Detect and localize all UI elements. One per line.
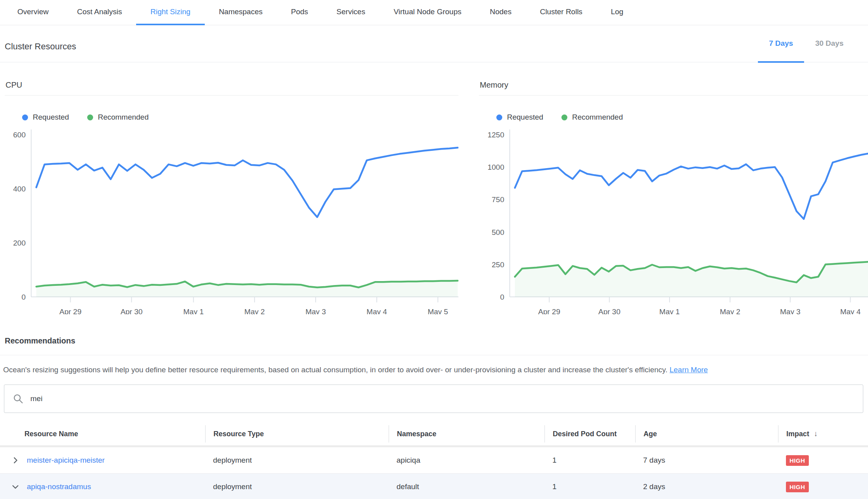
legend-recommended[interactable]: Recommended (87, 113, 149, 122)
svg-text:Apr 30: Apr 30 (120, 308, 142, 314)
search-icon (13, 393, 24, 404)
tab-cost-analysis[interactable]: Cost Analysis (63, 0, 136, 25)
svg-text:May 4: May 4 (840, 308, 861, 314)
svg-text:May 1: May 1 (183, 308, 204, 314)
svg-text:0: 0 (500, 293, 504, 301)
svg-text:May 5: May 5 (428, 308, 448, 314)
svg-text:May 3: May 3 (780, 308, 801, 314)
legend-requested-label: Requested (507, 113, 543, 122)
chevron-right-icon[interactable] (11, 456, 20, 465)
svg-text:May 4: May 4 (367, 308, 387, 314)
svg-text:600: 600 (13, 131, 26, 139)
tab-nodes[interactable]: Nodes (476, 0, 526, 25)
resource-type-value: deployment (205, 456, 389, 465)
recommendations-description: Ocean's resizing suggestions will help y… (3, 366, 863, 374)
legend-requested[interactable]: Requested (22, 113, 69, 122)
recommendations-title: Recommendations (5, 336, 868, 345)
svg-text:250: 250 (492, 261, 504, 269)
svg-text:500: 500 (492, 228, 504, 236)
age-value: 2 days (635, 482, 778, 491)
svg-text:Apr 29: Apr 29 (538, 308, 560, 314)
svg-text:0: 0 (21, 293, 26, 301)
column-resource-name[interactable]: Resource Name (0, 425, 205, 443)
legend-requested-label: Requested (33, 113, 69, 122)
svg-text:May 2: May 2 (720, 308, 741, 314)
memory-line-chart: 025050075010001250Apr 29Apr 30May 1May 2… (479, 125, 868, 314)
memory-chart-title: Memory (479, 75, 868, 96)
tab-overview[interactable]: Overview (3, 0, 63, 25)
tab-right-sizing[interactable]: Right Sizing (136, 0, 204, 25)
tab-services[interactable]: Services (322, 0, 380, 25)
cpu-chart-panel: CPU Requested Recommended 0200400600Apr … (5, 75, 458, 314)
desired-pod-count-value: 1 (544, 482, 635, 491)
search-bar (4, 385, 863, 413)
svg-text:May 1: May 1 (659, 308, 680, 314)
cluster-resources-title: Cluster Resources (5, 41, 76, 62)
tab-virtual-node-groups[interactable]: Virtual Node Groups (380, 0, 476, 25)
svg-text:Apr 30: Apr 30 (599, 308, 621, 314)
resource-type-value: deployment (205, 482, 389, 491)
impact-badge: HIGH (786, 455, 809, 466)
svg-text:Apr 29: Apr 29 (60, 308, 82, 314)
legend-recommended-label: Recommended (572, 113, 623, 122)
cpu-chart-title: CPU (5, 75, 458, 96)
desired-pod-count-value: 1 (544, 456, 635, 465)
tab-pods[interactable]: Pods (277, 0, 322, 25)
memory-chart-panel: Memory Requested Recommended 02505007501… (479, 75, 868, 314)
tab-log[interactable]: Log (597, 0, 638, 25)
cpu-legend: Requested Recommended (22, 113, 458, 122)
namespace-value: default (389, 482, 544, 491)
age-value: 7 days (635, 456, 778, 465)
top-nav: Overview Cost Analysis Right Sizing Name… (0, 0, 868, 25)
table-row[interactable]: apiqa-nostradamus deployment default 1 2… (0, 474, 868, 499)
tab-namespaces[interactable]: Namespaces (205, 0, 277, 25)
requested-dot-icon (496, 114, 502, 120)
legend-requested[interactable]: Requested (496, 113, 543, 122)
column-desired-pod-count[interactable]: Desired Pod Count (544, 425, 635, 443)
sort-descending-icon[interactable]: ↓ (814, 430, 818, 438)
recommended-dot-icon (87, 114, 93, 120)
table-header: Resource Name Resource Type Namespace De… (0, 422, 868, 445)
column-impact[interactable]: Impact ↓ (778, 425, 868, 443)
table-row[interactable]: meister-apiciqa-meister deployment apici… (0, 447, 868, 473)
tab-cluster-rolls[interactable]: Cluster Rolls (526, 0, 597, 25)
svg-text:1000: 1000 (488, 163, 504, 171)
recommended-dot-icon (561, 114, 567, 120)
charts-row: CPU Requested Recommended 0200400600Apr … (0, 75, 868, 314)
requested-dot-icon (22, 114, 28, 120)
svg-text:750: 750 (492, 195, 504, 204)
time-range-toggle: 7 Days 30 Days (758, 25, 855, 62)
recommendations-divider (0, 355, 868, 355)
range-7-days[interactable]: 7 Days (758, 25, 804, 63)
resource-name-link[interactable]: meister-apiciqa-meister (27, 456, 105, 465)
learn-more-link[interactable]: Learn More (670, 366, 708, 374)
range-30-days[interactable]: 30 Days (804, 25, 855, 63)
namespace-value: apiciqa (389, 456, 544, 465)
legend-recommended-label: Recommended (98, 113, 149, 122)
column-impact-label: Impact (786, 430, 809, 438)
cpu-line-chart: 0200400600Apr 29Apr 30May 1May 2May 3May… (5, 125, 458, 314)
recommendations-description-text: Ocean's resizing suggestions will help y… (3, 366, 668, 374)
svg-text:May 3: May 3 (305, 308, 326, 314)
column-age[interactable]: Age (635, 425, 778, 443)
svg-text:200: 200 (13, 239, 26, 247)
resource-name-link[interactable]: apiqa-nostradamus (27, 482, 91, 491)
svg-text:400: 400 (13, 185, 26, 193)
search-input[interactable] (4, 385, 863, 413)
legend-recommended[interactable]: Recommended (561, 113, 623, 122)
cluster-resources-header: Cluster Resources 7 Days 30 Days (0, 25, 868, 62)
memory-legend: Requested Recommended (496, 113, 868, 122)
chevron-down-icon[interactable] (11, 482, 20, 491)
impact-badge: HIGH (786, 482, 809, 492)
column-namespace[interactable]: Namespace (389, 425, 544, 443)
svg-text:1250: 1250 (488, 131, 504, 139)
recommendations-table: Resource Name Resource Type Namespace De… (0, 422, 868, 499)
svg-text:May 2: May 2 (244, 308, 265, 314)
column-resource-type[interactable]: Resource Type (205, 425, 389, 443)
